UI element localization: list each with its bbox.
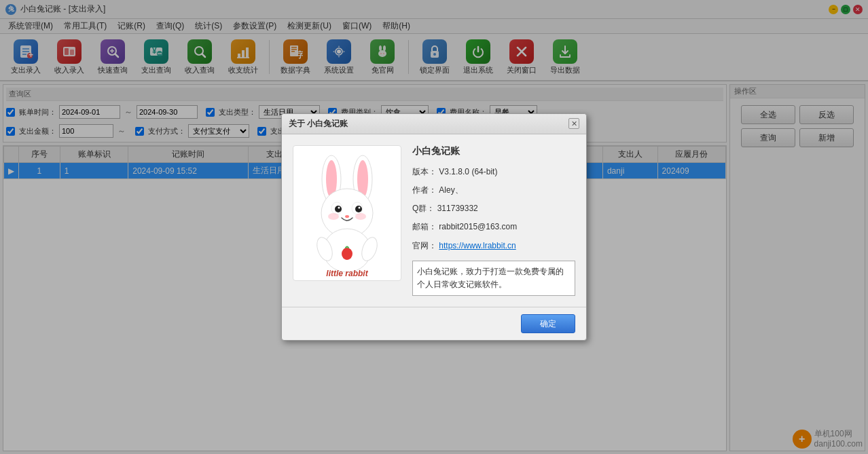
svg-point-50 xyxy=(338,206,340,208)
dialog-email-label: 邮箱： xyxy=(412,222,437,231)
dialog-email-value: rabbit2015@163.com xyxy=(439,222,517,231)
dialog-overlay: 关于 小白兔记账 ✕ xyxy=(0,0,868,454)
dialog-logo: little rabbit xyxy=(293,145,401,281)
dialog-website-link[interactable]: https://www.lrabbit.cn xyxy=(439,241,516,250)
dialog-author-row: 作者： Aley、 xyxy=(412,184,575,197)
dialog-confirm-button[interactable]: 确定 xyxy=(521,314,575,333)
dialog-version-row: 版本： V3.1.8.0 (64-bit) xyxy=(412,166,575,178)
dialog-version-label: 版本： xyxy=(412,167,437,176)
dialog-qq-row: Q群： 311739332 xyxy=(412,202,575,215)
dialog-website-label: 官网： xyxy=(412,241,437,250)
dialog-author-value: Aley、 xyxy=(439,185,463,195)
dialog-description-box: 小白兔记账，致力于打造一款免费专属的个人日常收支记账软件。 xyxy=(412,261,575,296)
dialog-info: 小白兔记账 版本： V3.1.8.0 (64-bit) 作者： Aley、 Q群… xyxy=(412,145,575,296)
dialog-close-button[interactable]: ✕ xyxy=(568,118,579,129)
dialog-body: little rabbit 小白兔记账 版本： V3.1.8.0 (64-bit… xyxy=(282,134,586,307)
svg-point-54 xyxy=(355,213,366,220)
svg-point-58 xyxy=(342,248,352,260)
dialog-email-row: 邮箱： rabbit2015@163.com xyxy=(412,221,575,233)
dialog-description: 小白兔记账，致力于打造一款免费专属的个人日常收支记账软件。 xyxy=(417,267,564,289)
dialog-app-name: 小白兔记账 xyxy=(412,145,575,157)
svg-point-51 xyxy=(359,206,361,208)
svg-text:little rabbit: little rabbit xyxy=(326,269,368,278)
svg-point-52 xyxy=(345,215,349,218)
dialog-title-bar: 关于 小白兔记账 ✕ xyxy=(282,114,586,134)
svg-point-49 xyxy=(355,206,362,212)
svg-point-48 xyxy=(335,206,342,212)
about-dialog: 关于 小白兔记账 ✕ xyxy=(281,113,587,341)
dialog-title: 关于 小白兔记账 xyxy=(289,118,348,130)
rabbit-illustration: little rabbit xyxy=(296,149,398,278)
dialog-version-value: V3.1.8.0 (64-bit) xyxy=(439,167,497,176)
dialog-qq-label: Q群： xyxy=(412,204,435,213)
dialog-qq-value: 311739332 xyxy=(437,204,478,213)
svg-point-53 xyxy=(328,213,339,220)
dialog-footer: 确定 xyxy=(282,307,586,340)
dialog-website-row: 官网： https://www.lrabbit.cn xyxy=(412,240,575,252)
dialog-author-label: 作者： xyxy=(412,185,437,195)
